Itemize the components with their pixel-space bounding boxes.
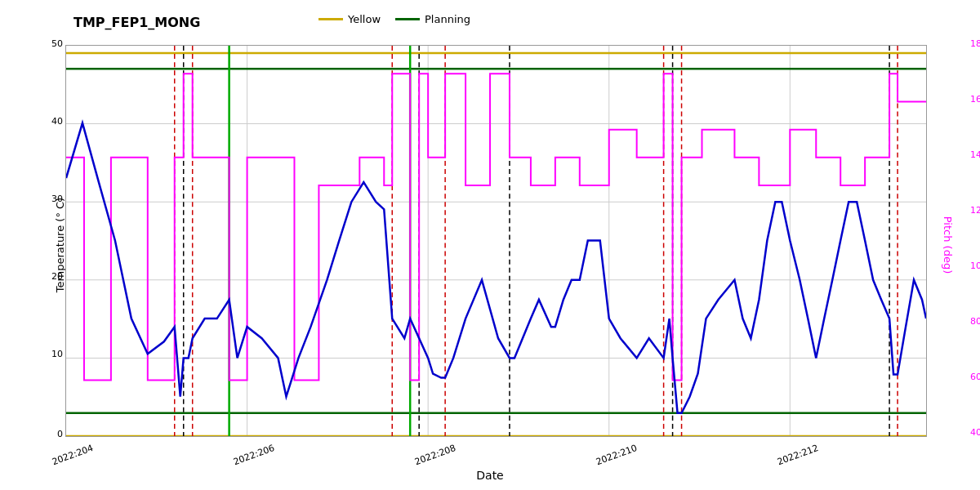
y-tick-30: 30 bbox=[51, 194, 63, 204]
y-right-tick-100: 100 bbox=[970, 261, 980, 271]
y-right-tick-40: 40 bbox=[970, 427, 980, 438]
yellow-legend-line bbox=[318, 18, 343, 20]
x-tick-206: 2022:206 bbox=[232, 443, 276, 467]
y-tick-40: 40 bbox=[51, 116, 63, 127]
y-right-tick-160: 160 bbox=[970, 94, 980, 105]
y-right-axis-label: Pitch (deg) bbox=[941, 216, 953, 274]
x-tick-204: 2022:204 bbox=[51, 443, 95, 467]
y-tick-0: 0 bbox=[57, 429, 63, 439]
y-right-tick-80: 80 bbox=[970, 316, 980, 327]
x-tick-210: 2022:210 bbox=[595, 443, 639, 467]
yellow-legend-label: Yellow bbox=[348, 13, 381, 25]
chart-title: TMP_FEP1_MONG bbox=[74, 15, 200, 30]
x-axis-label: Date bbox=[476, 469, 503, 482]
y-tick-50: 50 bbox=[51, 38, 63, 49]
chart-legend: Yellow Planning bbox=[318, 13, 470, 25]
x-tick-212: 2022:212 bbox=[776, 443, 820, 467]
y-right-tick-140: 140 bbox=[970, 149, 980, 160]
y-left-ticks: 50 40 30 20 10 0 bbox=[42, 45, 63, 433]
y-tick-10: 10 bbox=[51, 349, 63, 359]
y-right-tick-180: 180 bbox=[970, 38, 980, 49]
legend-yellow: Yellow bbox=[318, 13, 381, 25]
chart-container: TMP_FEP1_MONG Yellow Planning Temperatur… bbox=[0, 0, 980, 490]
planning-legend-label: Planning bbox=[425, 13, 470, 25]
chart-svg bbox=[66, 46, 926, 436]
y-right-tick-60: 60 bbox=[970, 372, 980, 382]
legend-planning: Planning bbox=[395, 13, 470, 25]
plot-area bbox=[65, 45, 927, 437]
x-tick-208: 2022:208 bbox=[413, 443, 457, 467]
y-tick-20: 20 bbox=[51, 271, 63, 282]
planning-legend-line bbox=[395, 18, 420, 20]
y-right-tick-120: 120 bbox=[970, 205, 980, 216]
